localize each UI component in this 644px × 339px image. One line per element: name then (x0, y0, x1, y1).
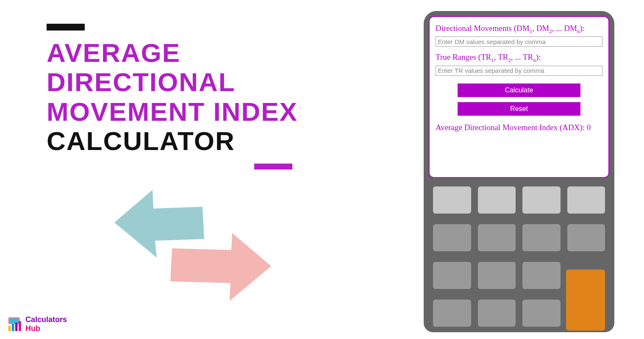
accent-bar-top (47, 24, 85, 31)
dm-label: Directional Movements (DM1, DM2, ... DMn… (436, 23, 602, 35)
key[interactable] (522, 186, 561, 214)
brand-word2: Hub (25, 324, 40, 333)
brand-name: Calculators Hub (25, 315, 67, 333)
title-line3: CALCULATOR (47, 126, 235, 156)
key[interactable] (522, 224, 561, 251)
keypad (429, 186, 609, 331)
arrow-left-icon (114, 190, 204, 258)
svg-rect-2 (8, 326, 11, 331)
calculator-screen: Directional Movements (DM1, DM2, ... DMn… (429, 16, 609, 178)
key[interactable] (567, 186, 605, 214)
brand-logo: Calculators Hub (8, 315, 67, 333)
tr-input[interactable] (436, 66, 602, 76)
tr-label: True Ranges (TR1, TR2, ... TRn): (436, 52, 602, 64)
result-label: Average Directional Movement Index (ADX)… (436, 122, 602, 133)
key[interactable] (478, 186, 516, 214)
reset-button[interactable]: Reset (458, 102, 580, 116)
title-line2: MOVEMENT INDEX (47, 97, 298, 126)
key[interactable] (522, 262, 561, 289)
svg-rect-1 (10, 319, 19, 323)
svg-rect-4 (15, 322, 17, 331)
enter-key[interactable] (566, 270, 605, 331)
svg-rect-5 (19, 321, 21, 331)
title-block: AVERAGE DIRECTIONAL MOVEMENT INDEX CALCU… (47, 24, 377, 170)
key[interactable] (433, 300, 471, 327)
key[interactable] (478, 224, 516, 251)
key[interactable] (567, 224, 605, 251)
dm-input[interactable] (436, 36, 602, 47)
calculator-device: Directional Movements (DM1, DM2, ... DMn… (424, 11, 614, 332)
key[interactable] (433, 224, 471, 251)
svg-rect-3 (12, 324, 14, 331)
key[interactable] (478, 262, 516, 289)
accent-bar-bottom (254, 164, 292, 170)
result-value: 0 (587, 123, 591, 132)
key[interactable] (478, 300, 516, 327)
page-title: AVERAGE DIRECTIONAL MOVEMENT INDEX CALCU… (47, 38, 377, 156)
bars-icon (8, 317, 23, 332)
title-line1: AVERAGE DIRECTIONAL (47, 38, 236, 97)
key[interactable] (433, 186, 471, 214)
arrow-right-icon (170, 233, 271, 301)
key[interactable] (522, 300, 561, 327)
calculate-button[interactable]: Calculate (458, 83, 580, 97)
arrows-illustration (97, 182, 284, 309)
key[interactable] (433, 262, 471, 289)
brand-word1: Calculators (25, 315, 67, 324)
